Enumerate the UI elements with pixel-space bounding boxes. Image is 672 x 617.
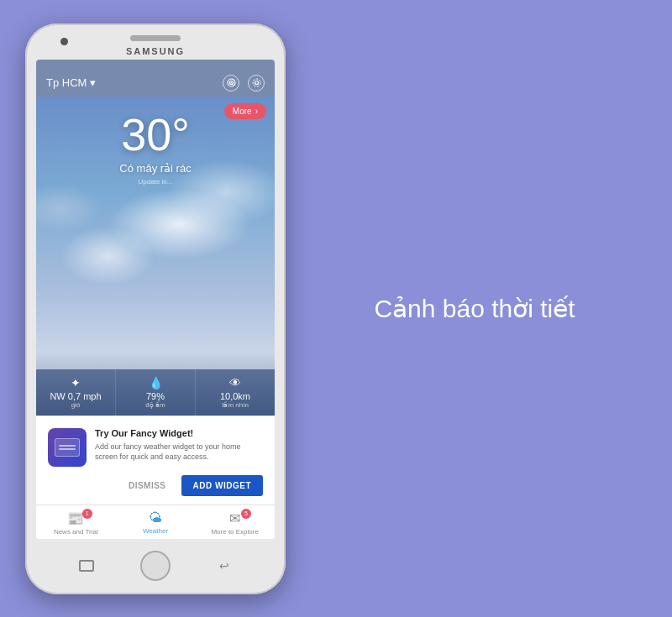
- phone-camera: [60, 38, 68, 45]
- location-text: Tp HCM: [46, 76, 87, 89]
- settings-icon-button[interactable]: [248, 75, 265, 92]
- bottom-nav: 1 📰 News and Trial 🌤 Weather 5 ✉ More to…: [36, 505, 275, 539]
- dismiss-button[interactable]: DISMISS: [122, 478, 173, 494]
- more-button[interactable]: More ›: [224, 103, 266, 119]
- widget-description: Add our fancy weather widget to your hom…: [95, 442, 263, 463]
- widget-icon-inner: [55, 438, 80, 457]
- widget-promo-row: Try Our Fancy Widget! Add our fancy weat…: [48, 428, 263, 467]
- wind-label: gió: [71, 401, 81, 409]
- tagline: Cảnh báo thời tiết: [374, 292, 575, 325]
- phone-brand: SAMSUNG: [126, 46, 185, 56]
- weather-stats: ✦ NW 0,7 mph gió 💧 79% độ ẩm 👁 10,0km tầ…: [36, 369, 275, 416]
- svg-point-4: [253, 79, 260, 86]
- weather-main: 30° Có mây rải rác Update in...: [119, 97, 191, 186]
- header-icons: [223, 75, 265, 92]
- location-name[interactable]: Tp HCM ▾: [46, 76, 96, 89]
- svg-point-2: [230, 82, 231, 83]
- widget-icon-line-2: [59, 448, 76, 450]
- visibility-value: 10,0km: [220, 391, 250, 401]
- explore-icon: ✉: [229, 510, 240, 526]
- phone-speaker: [130, 35, 181, 41]
- right-tagline-section: Cảnh báo thời tiết: [286, 292, 647, 325]
- weather-label: Weather: [143, 527, 168, 535]
- news-badge: 1: [82, 509, 92, 519]
- back-button[interactable]: ↩: [217, 560, 232, 572]
- weather-description: Có mây rải rác: [119, 162, 191, 175]
- more-label: More: [233, 107, 252, 116]
- widget-icon-line-1: [59, 445, 76, 447]
- location-arrow: ▾: [90, 76, 96, 89]
- phone-bottom-controls: ↩: [30, 542, 281, 584]
- phone-screen: Tp HCM ▾: [36, 60, 275, 539]
- nav-item-explore[interactable]: 5 ✉ More to Explore: [195, 510, 275, 536]
- visibility-icon: 👁: [229, 376, 241, 390]
- news-label: News and Trial: [54, 528, 98, 536]
- widget-title: Try Our Fancy Widget!: [95, 428, 263, 438]
- humidity-label: độ ẩm: [145, 401, 165, 409]
- nav-item-weather[interactable]: 🌤 Weather: [116, 510, 196, 536]
- humidity-value: 79%: [146, 391, 165, 401]
- app-header: Tp HCM ▾: [36, 60, 275, 97]
- explore-badge: 5: [241, 509, 251, 519]
- explore-label: More to Explore: [211, 528, 258, 536]
- humidity-icon: 💧: [149, 376, 163, 390]
- more-arrow-icon: ›: [255, 107, 258, 116]
- weather-icon: 🌤: [149, 510, 162, 525]
- add-widget-button[interactable]: ADD WIDGET: [181, 475, 263, 496]
- widget-text: Try Our Fancy Widget! Add our fancy weat…: [95, 428, 263, 463]
- page-wrapper: SAMSUNG Tp HCM ▾: [0, 0, 672, 617]
- widget-promo-card: Try Our Fancy Widget! Add our fancy weat…: [36, 416, 275, 505]
- recent-apps-button[interactable]: [79, 560, 94, 572]
- widget-actions: DISMISS ADD WIDGET: [48, 475, 263, 496]
- radar-icon-button[interactable]: [223, 75, 239, 92]
- wind-stat: ✦ NW 0,7 mph gió: [36, 369, 116, 416]
- phone-top-bar: [30, 32, 281, 44]
- wind-icon: ✦: [71, 376, 81, 390]
- visibility-label: tầm nhìn: [222, 401, 249, 409]
- svg-point-3: [255, 81, 258, 85]
- phone-shell: SAMSUNG Tp HCM ▾: [25, 24, 286, 594]
- humidity-stat: 💧 79% độ ẩm: [116, 369, 196, 416]
- weather-section: More › 30° Có mây rải rác Update in... ✦…: [36, 97, 275, 416]
- wind-value: NW 0,7 mph: [50, 391, 101, 401]
- update-time: Update in...: [139, 178, 173, 186]
- nav-item-news[interactable]: 1 📰 News and Trial: [36, 510, 116, 536]
- home-button[interactable]: [140, 551, 171, 581]
- visibility-stat: 👁 10,0km tầm nhìn: [196, 369, 275, 416]
- widget-icon-box: [48, 428, 87, 467]
- temperature-display: 30°: [121, 112, 190, 157]
